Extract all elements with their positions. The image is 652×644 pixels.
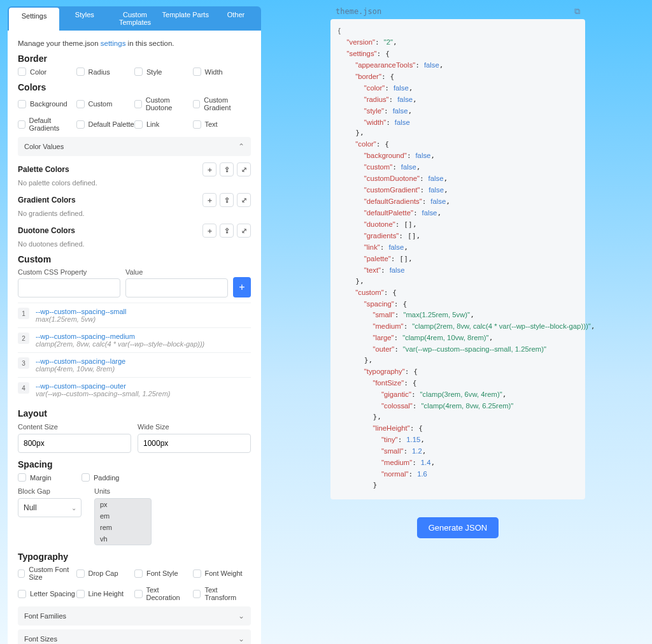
units-label: Units: [94, 487, 110, 495]
chk-letter-spacing[interactable]: Letter Spacing: [18, 586, 76, 601]
tab-other[interactable]: Other: [211, 6, 261, 31]
tab-template-parts[interactable]: Template Parts: [160, 6, 211, 31]
chk-border-radius[interactable]: Radius: [76, 68, 135, 76]
layout-title: Layout: [18, 408, 251, 419]
duotone-title: Duotone Colors: [18, 226, 75, 235]
chk-drop-cap[interactable]: Drop Cap: [76, 566, 135, 581]
tabs: Settings Styles Custom Templates Templat…: [8, 6, 261, 31]
chk-border-style[interactable]: Style: [134, 68, 193, 76]
gradient-title: Gradient Colors: [18, 196, 76, 204]
chk-text-decoration[interactable]: Text Decoration: [134, 586, 193, 601]
chk-padding[interactable]: Padding: [82, 473, 145, 482]
custom-prop-input[interactable]: [18, 278, 120, 297]
custom-prop-label: Custom CSS Property: [18, 268, 120, 276]
duotone-empty: No duotones defined.: [18, 240, 251, 248]
chk-font-style[interactable]: Font Style: [134, 566, 193, 581]
chk-color-text[interactable]: Text: [193, 117, 252, 132]
color-values-accordion[interactable]: Color Values⌃: [18, 137, 251, 156]
content-size-input[interactable]: [18, 434, 131, 453]
gradient-add-button[interactable]: ＋: [202, 193, 216, 207]
units-listbox[interactable]: pxemremvh: [94, 498, 152, 545]
chk-color-link[interactable]: Link: [134, 117, 193, 132]
chk-custom-font-size[interactable]: Custom Font Size: [18, 566, 76, 581]
palette-expand-button[interactable]: ⤢: [237, 162, 251, 176]
custom-add-button[interactable]: +: [233, 277, 251, 297]
chk-line-height[interactable]: Line Height: [76, 586, 135, 601]
chk-margin[interactable]: Margin: [18, 473, 82, 482]
chk-color-background[interactable]: Background: [18, 96, 76, 111]
json-output: { "version": "2", "settings": { "appeara…: [330, 19, 585, 499]
font-families-accordion[interactable]: Font Families⌄: [18, 606, 251, 626]
palette-empty: No palette colors defined.: [18, 179, 251, 187]
wide-size-label: Wide Size: [138, 423, 169, 431]
custom-row: 2--wp--custom--spacing--mediumclamp(2rem…: [18, 327, 251, 352]
block-gap-label: Block Gap: [18, 487, 50, 495]
chk-text-transform[interactable]: Text Transform: [193, 586, 252, 601]
chk-color-custom-gradient[interactable]: Custom Gradient: [193, 96, 252, 111]
gradient-expand-button[interactable]: ⤢: [237, 193, 251, 207]
custom-row: 1--wp--custom--spacing--smallmax(1.25rem…: [18, 303, 251, 327]
chk-color-default-palette[interactable]: Default Palette: [76, 117, 135, 132]
chevron-down-icon: ⌄: [238, 612, 244, 620]
gradient-upload-button[interactable]: ⇪: [220, 193, 234, 207]
typography-title: Typography: [18, 552, 251, 562]
chevron-down-icon: ⌄: [71, 504, 76, 512]
chk-border-width[interactable]: Width: [193, 68, 252, 76]
custom-title: Custom: [18, 254, 251, 264]
border-title: Border: [18, 54, 251, 64]
settings-link[interactable]: settings: [101, 39, 126, 47]
chevron-up-icon: ⌃: [238, 142, 244, 151]
font-sizes-accordion[interactable]: Font Sizes⌄: [18, 629, 251, 644]
wide-size-input[interactable]: [138, 434, 251, 453]
chk-font-weight[interactable]: Font Weight: [193, 566, 252, 581]
generate-json-button[interactable]: Generate JSON: [417, 517, 499, 538]
chk-color-custom-duotone[interactable]: Custom Duotone: [134, 96, 193, 111]
chk-border-color[interactable]: Color: [18, 68, 76, 76]
intro-text: Manage your theme.json settings in this …: [18, 39, 251, 47]
chk-color-default-gradients[interactable]: Default Gradients: [18, 117, 76, 132]
custom-row: 4--wp--custom--spacing--outervar(--wp--c…: [18, 377, 251, 402]
chk-color-custom[interactable]: Custom: [76, 96, 135, 111]
duotone-expand-button[interactable]: ⤢: [237, 224, 251, 238]
custom-row: 3--wp--custom--spacing--largeclamp(4rem,…: [18, 352, 251, 377]
duotone-upload-button[interactable]: ⇪: [220, 224, 234, 238]
palette-add-button[interactable]: ＋: [202, 162, 216, 176]
file-name: theme.json: [336, 7, 381, 16]
spacing-title: Spacing: [18, 459, 251, 469]
custom-val-label: Value: [125, 268, 228, 276]
chevron-down-icon: ⌄: [238, 634, 244, 643]
copy-icon[interactable]: ⧉: [574, 6, 580, 17]
colors-title: Colors: [18, 82, 251, 92]
duotone-add-button[interactable]: ＋: [202, 224, 216, 238]
palette-title: Palette Colors: [18, 165, 69, 174]
palette-upload-button[interactable]: ⇪: [220, 162, 234, 176]
tab-settings[interactable]: Settings: [9, 8, 59, 31]
content-size-label: Content Size: [18, 423, 58, 431]
tab-styles[interactable]: Styles: [59, 6, 110, 31]
custom-val-input[interactable]: [125, 278, 228, 297]
tab-custom-templates[interactable]: Custom Templates: [110, 6, 160, 31]
settings-panel: Manage your theme.json settings in this …: [8, 31, 261, 644]
gradient-empty: No gradients defined.: [18, 210, 251, 217]
